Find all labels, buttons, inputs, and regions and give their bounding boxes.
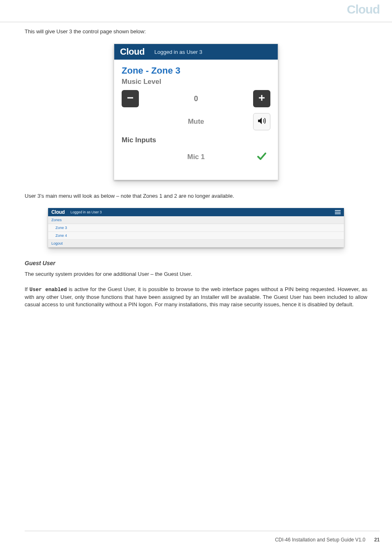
cloud-logo: Cloud [347, 3, 380, 16]
plus-icon [258, 93, 265, 104]
hamburger-icon [335, 210, 341, 211]
intro-paragraph: This will give User 3 the control page s… [25, 28, 367, 35]
music-level-label: Music Level [122, 78, 270, 86]
music-level-value: 0 [139, 95, 253, 103]
svg-rect-0 [127, 97, 133, 99]
menu-panel-header: Cloud Logged in as User 3 [48, 208, 344, 216]
volume-down-button[interactable] [122, 90, 139, 107]
mute-label: Mute [139, 118, 253, 126]
checkmark-icon [256, 151, 267, 163]
guest-para2-post: is active for the Guest User, it is poss… [25, 286, 367, 308]
user-enabled-code: User enabled [30, 287, 67, 293]
panel-logo: Cloud [120, 46, 145, 57]
mic1-label: Mic 1 [139, 153, 253, 161]
zone-title: Zone - Zone 3 [122, 65, 270, 76]
main-menu-panel: Cloud Logged in as User 3 Zones Zone 3 Z… [48, 208, 344, 247]
mic-inputs-label: Mic Inputs [122, 136, 270, 144]
menu-panel-logo: Cloud [51, 209, 65, 215]
cloud-logo-text: Cloud [347, 3, 380, 16]
mute-toggle-button[interactable] [253, 113, 270, 130]
top-logo-bar: Cloud [0, 0, 392, 22]
svg-rect-2 [261, 95, 263, 101]
page-footer: CDI-46 Installation and Setup Guide V1.0… [25, 531, 380, 543]
zone-panel-header: Cloud Logged in as User 3 [114, 44, 278, 60]
zone-control-panel: Cloud Logged in as User 3 Zone - Zone 3 … [114, 44, 278, 180]
minus-icon [127, 93, 134, 104]
hamburger-menu-button[interactable] [335, 210, 341, 214]
volume-up-button[interactable] [253, 90, 270, 107]
mic1-enabled-indicator[interactable] [253, 148, 270, 166]
guest-user-para1: The security system provides for one add… [25, 271, 367, 278]
menu-group-zones[interactable]: Zones [48, 216, 344, 224]
menu-item-zone4[interactable]: Zone 4 [48, 232, 344, 240]
menu-login-status: Logged in as User 3 [71, 210, 102, 214]
between-paragraph: User 3's main menu will look as below – … [25, 192, 367, 200]
menu-item-zone3[interactable]: Zone 3 [48, 224, 344, 232]
menu-group-logout[interactable]: Logout [48, 240, 344, 247]
footer-page-number: 21 [374, 537, 380, 543]
guest-user-heading: Guest User [25, 260, 367, 266]
footer-doc-title: CDI-46 Installation and Setup Guide V1.0 [275, 537, 365, 543]
guest-para2-pre: If [25, 286, 30, 292]
guest-user-para2: If User enabled is active for the Guest … [25, 286, 367, 309]
speaker-icon [257, 116, 267, 127]
login-status: Logged in as User 3 [154, 49, 202, 55]
